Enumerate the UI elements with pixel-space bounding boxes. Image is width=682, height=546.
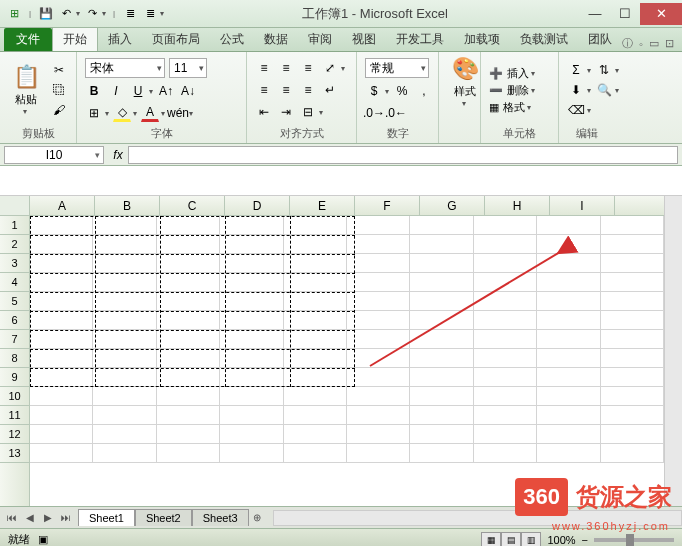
increase-indent-icon[interactable]: ⇥ [277,103,295,121]
row-header[interactable]: 1 [0,216,29,235]
align-left-icon[interactable]: ≡ [255,81,273,99]
fill-color-icon[interactable]: ◇ [113,104,131,122]
help-icon[interactable]: ◦ [639,38,643,50]
col-header[interactable]: H [485,196,550,215]
col-header[interactable]: G [420,196,485,215]
comma-icon[interactable]: , [415,82,433,100]
percent-icon[interactable]: % [393,82,411,100]
col-header[interactable]: F [355,196,420,215]
decrease-indent-icon[interactable]: ⇤ [255,103,273,121]
cell-grid[interactable] [30,216,664,506]
row-header[interactable]: 13 [0,444,29,463]
sheet-tab[interactable]: Sheet2 [135,509,192,526]
phonetic-icon[interactable]: wén [169,104,187,122]
redo-icon[interactable]: ↷ [84,6,100,22]
sort-icon[interactable]: ⇅ [595,61,613,79]
fill-icon[interactable]: ⬇ [567,81,585,99]
col-header[interactable]: C [160,196,225,215]
name-box[interactable]: I10 [4,146,104,164]
align-top-icon[interactable]: ≡ [255,59,273,77]
row-header[interactable]: 6 [0,311,29,330]
close-button[interactable]: ✕ [640,3,682,25]
row-header[interactable]: 11 [0,406,29,425]
qat-custom1-icon[interactable]: ≣ [122,6,138,22]
format-cells-button[interactable]: ▦格式▾ [489,100,535,115]
sheet-tab[interactable]: Sheet1 [78,509,135,526]
file-tab[interactable]: 文件 [4,28,52,51]
tab-developer[interactable]: 开发工具 [386,28,454,51]
prev-sheet-icon[interactable]: ◀ [22,512,38,523]
tab-review[interactable]: 审阅 [298,28,342,51]
page-layout-view-icon[interactable]: ▤ [501,532,521,547]
ribbon-expand-icon[interactable]: ⊡ [665,37,674,50]
clear-icon[interactable]: ⌫ [567,101,585,119]
tab-home[interactable]: 开始 [52,27,98,51]
row-header[interactable]: 5 [0,292,29,311]
row-header[interactable]: 7 [0,330,29,349]
font-color-icon[interactable]: A [141,104,159,122]
col-header[interactable]: B [95,196,160,215]
ribbon-option-icon[interactable]: ▭ [649,37,659,50]
col-header[interactable]: D [225,196,290,215]
currency-icon[interactable]: $ [365,82,383,100]
tab-formulas[interactable]: 公式 [210,28,254,51]
underline-button[interactable]: U [129,82,147,100]
bold-button[interactable]: B [85,82,103,100]
zoom-slider[interactable] [594,538,674,542]
row-header[interactable]: 2 [0,235,29,254]
increase-decimal-icon[interactable]: .0→ [365,104,383,122]
undo-icon[interactable]: ↶ [58,6,74,22]
tab-insert[interactable]: 插入 [98,28,142,51]
autosum-icon[interactable]: Σ [567,61,585,79]
align-center-icon[interactable]: ≡ [277,81,295,99]
vertical-scrollbar[interactable] [664,196,682,506]
last-sheet-icon[interactable]: ⏭ [58,512,74,523]
paste-button[interactable]: 📋 粘贴 ▾ [8,56,44,124]
font-size-combo[interactable]: 11 [169,58,207,78]
align-right-icon[interactable]: ≡ [299,81,317,99]
minimize-button[interactable]: — [580,3,610,25]
tab-addins[interactable]: 加载项 [454,28,510,51]
normal-view-icon[interactable]: ▦ [481,532,501,547]
tab-team[interactable]: 团队 [578,28,622,51]
maximize-button[interactable]: ☐ [610,3,640,25]
col-header[interactable]: A [30,196,95,215]
wrap-text-icon[interactable]: ↵ [321,81,339,99]
align-middle-icon[interactable]: ≡ [277,59,295,77]
macro-record-icon[interactable]: ▣ [38,533,48,546]
insert-cells-button[interactable]: ➕插入▾ [489,66,535,81]
tab-view[interactable]: 视图 [342,28,386,51]
col-header[interactable]: E [290,196,355,215]
delete-cells-button[interactable]: ➖删除▾ [489,83,535,98]
find-icon[interactable]: 🔍 [595,81,613,99]
save-icon[interactable]: 💾 [38,6,54,22]
qat-custom2-icon[interactable]: ≣ [142,6,158,22]
formula-input[interactable] [128,146,678,164]
first-sheet-icon[interactable]: ⏮ [4,512,20,523]
tab-data[interactable]: 数据 [254,28,298,51]
row-header[interactable]: 8 [0,349,29,368]
minimize-ribbon-icon[interactable]: ⓘ [622,36,633,51]
tab-loadtest[interactable]: 负载测试 [510,28,578,51]
copy-icon[interactable]: ⿻ [50,81,68,99]
select-all-corner[interactable] [0,196,30,216]
row-header[interactable]: 10 [0,387,29,406]
cut-icon[interactable]: ✂ [50,61,68,79]
align-bottom-icon[interactable]: ≡ [299,59,317,77]
styles-button[interactable]: 🎨 样式 ▾ [447,56,483,108]
row-header[interactable]: 9 [0,368,29,387]
merge-icon[interactable]: ⊟ [299,103,317,121]
zoom-level[interactable]: 100% [547,534,575,546]
col-header[interactable]: I [550,196,615,215]
fx-button[interactable]: fx [108,148,128,162]
new-sheet-icon[interactable]: ⊕ [249,512,265,523]
increase-font-icon[interactable]: A↑ [157,82,175,100]
next-sheet-icon[interactable]: ▶ [40,512,56,523]
row-header[interactable]: 12 [0,425,29,444]
page-break-view-icon[interactable]: ▥ [521,532,541,547]
number-format-combo[interactable]: 常规 [365,58,429,78]
excel-icon[interactable]: ⊞ [6,6,22,22]
font-name-combo[interactable]: 宋体 [85,58,165,78]
decrease-decimal-icon[interactable]: .0← [387,104,405,122]
border-icon[interactable]: ⊞ [85,104,103,122]
